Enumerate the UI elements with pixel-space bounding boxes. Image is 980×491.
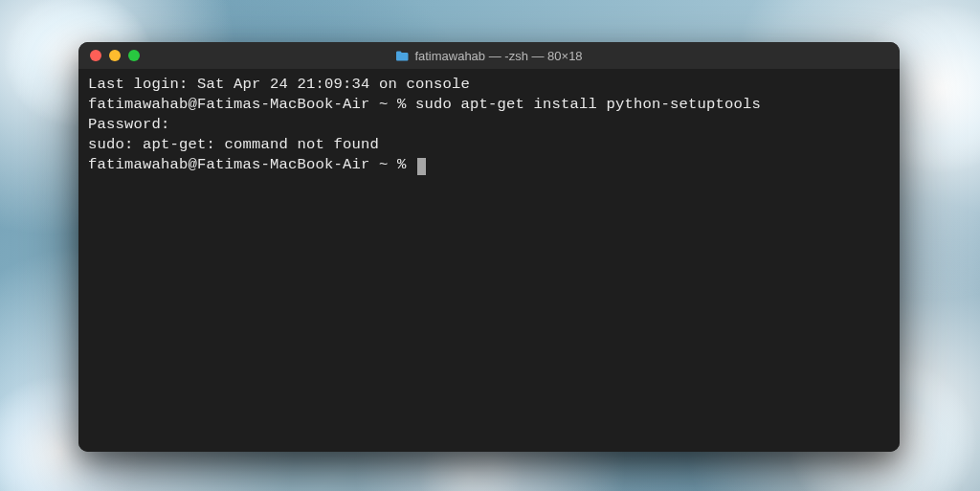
terminal-line-last-login: Last login: Sat Apr 24 21:09:34 on conso… (88, 75, 890, 95)
traffic-lights (78, 50, 140, 61)
terminal-line-error: sudo: apt-get: command not found (88, 135, 890, 155)
shell-command: sudo apt-get install python-setuptools (415, 96, 761, 113)
terminal-line-current-prompt: fatimawahab@Fatimas-MacBook-Air ~ % (88, 155, 890, 175)
terminal-line-password: Password: (88, 115, 890, 135)
terminal-line-cmd-1: fatimawahab@Fatimas-MacBook-Air ~ % sudo… (88, 95, 890, 115)
title-bar[interactable]: fatimawahab — -zsh — 80×18 (78, 42, 900, 69)
shell-prompt: fatimawahab@Fatimas-MacBook-Air ~ % (88, 156, 415, 173)
maximize-icon[interactable] (128, 50, 140, 61)
terminal-body[interactable]: Last login: Sat Apr 24 21:09:34 on conso… (78, 69, 900, 452)
minimize-icon[interactable] (109, 50, 121, 61)
shell-prompt: fatimawahab@Fatimas-MacBook-Air ~ % (88, 96, 415, 113)
cursor-icon (417, 158, 426, 175)
window-title: fatimawahab — -zsh — 80×18 (414, 49, 582, 63)
close-icon[interactable] (90, 50, 101, 61)
window-title-wrap: fatimawahab — -zsh — 80×18 (78, 49, 900, 63)
terminal-window[interactable]: fatimawahab — -zsh — 80×18 Last login: S… (78, 42, 900, 452)
folder-icon (395, 51, 409, 61)
